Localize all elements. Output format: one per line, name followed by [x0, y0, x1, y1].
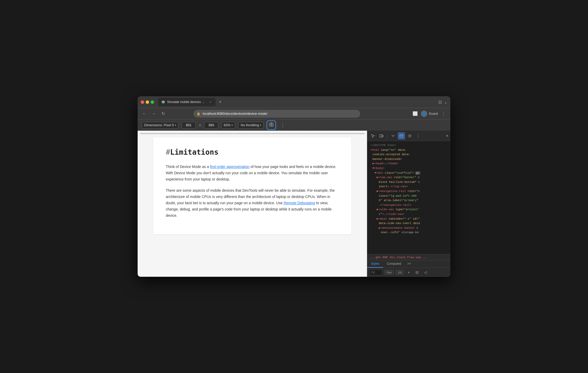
profile-icon: 👤 — [421, 111, 427, 117]
first-order-link[interactable]: first-order approximation — [210, 165, 250, 169]
capture-screenshot-button[interactable] — [267, 121, 276, 130]
tab-more-button[interactable]: >> — [405, 260, 414, 268]
page-content: #Limitations Think of Device Mode as a f… — [153, 137, 351, 234]
zoom-dropdown[interactable]: 83% ▾ — [221, 122, 235, 129]
devtools-breadcrumb: ... ght-400 div.stack.flow-spa ... — [367, 254, 450, 260]
scroll-tick — [178, 133, 196, 134]
refresh-button[interactable]: ↻ — [160, 110, 167, 117]
inspect-element-button[interactable] — [369, 132, 377, 140]
scroll-indicator — [140, 133, 365, 134]
html-line-5: ▶<head>…</head> — [370, 161, 447, 166]
maximize-traffic-light[interactable] — [151, 100, 154, 104]
devtools-panel: ⋮ × <!DOCTYPE html> <html lang="en" data… — [367, 131, 450, 277]
svg-rect-4 — [380, 135, 382, 137]
svg-rect-5 — [382, 135, 383, 137]
profile-button[interactable]: 👤 Guest — [421, 111, 438, 117]
html-line-1: <!DOCTYPE html> — [370, 143, 447, 148]
html-line-14: …</navigation-rail> — [370, 203, 447, 208]
settings-button[interactable] — [406, 132, 413, 140]
throttle-label: No throttling — [241, 123, 259, 127]
scroll-tick — [253, 133, 271, 134]
layout-editor-button[interactable]: ◁ — [422, 269, 428, 275]
browser-menu-button[interactable]: ⋮ — [440, 110, 447, 117]
tab-computed[interactable]: Computed — [383, 260, 405, 268]
scroll-tick — [159, 133, 177, 134]
zoom-label: 83% — [224, 123, 230, 127]
scroll-tick — [290, 133, 308, 134]
forward-button[interactable]: → — [150, 110, 157, 117]
url-text: localhost:8080/docs/devtools/device-mode… — [203, 112, 267, 116]
scaffold-badge: gr — [415, 171, 420, 175]
back-button[interactable]: ← — [141, 110, 148, 117]
scroll-tick — [215, 133, 233, 134]
para1-pre: Think of Device Mode as a — [166, 165, 210, 169]
breadcrumb-ellipsis: ... — [422, 256, 427, 259]
elements-button[interactable] — [398, 132, 405, 140]
title-bar-right: ⊡ ⌄ — [438, 100, 447, 105]
address-bar: ← → ↻ 🔒 localhost:8080/docs/devtools/dev… — [138, 108, 450, 119]
new-tab-button[interactable]: + — [217, 98, 224, 106]
html-line-6: ▼<body> — [370, 166, 447, 171]
close-traffic-light[interactable] — [141, 100, 144, 104]
browser-window: Simulate mobile devices with D × + ⊡ ⌄ ←… — [138, 96, 450, 277]
dimensions-label: Dimensions: Pixel 5 — [144, 123, 174, 127]
breadcrumb-item-2[interactable]: div.stack.flow-spa — [390, 256, 421, 259]
dimension-separator: × — [199, 123, 201, 127]
throttle-arrow: ▾ — [260, 124, 261, 127]
profile-icon-glyph: 👤 — [422, 112, 426, 116]
device-toolbar: Dimensions: Pixel 5 ▾ × 83% ▾ No throttl… — [138, 119, 450, 131]
breadcrumb-prefix: ... — [369, 256, 375, 259]
html-line-15: ▶<side-nav type="project' — [370, 207, 447, 212]
remote-debugging-link[interactable]: Remote Debugging — [284, 201, 315, 205]
address-bar-right: ⬜ 👤 Guest ⋮ — [412, 110, 447, 117]
breadcrumb-item-1[interactable]: ght-400 — [376, 256, 388, 259]
height-input[interactable] — [204, 122, 218, 129]
html-line-18: data-side-nav-inert data — [370, 221, 447, 226]
page-heading: #Limitations — [166, 148, 339, 157]
devtools-close-button[interactable]: × — [446, 134, 448, 138]
copy-styles-button[interactable]: ⊟ — [414, 269, 420, 275]
scroll-tick — [234, 133, 252, 134]
html-line-2: <html lang="en" data- — [370, 148, 447, 153]
url-bar[interactable]: 🔒 localhost:8080/docs/devtools/device-mo… — [193, 110, 360, 118]
scroll-tick — [271, 133, 290, 134]
content-area: #Limitations Think of Device Mode as a f… — [138, 131, 450, 277]
window-expand-button[interactable]: ⊡ — [438, 100, 442, 105]
active-tab[interactable]: Simulate mobile devices with D × — [158, 98, 216, 106]
heading-hash: # — [166, 148, 170, 157]
throttle-dropdown[interactable]: No throttling ▾ — [238, 122, 264, 129]
add-style-button[interactable]: + — [406, 269, 412, 275]
filter-input[interactable] — [369, 269, 382, 275]
html-line-19: ▶<announcement-banner c — [370, 226, 447, 231]
devtools-html-panel[interactable]: <!DOCTYPE html> <html lang="en" data- co… — [367, 141, 450, 254]
devtools-filter-bar: :hov .cls + ⊟ ◁ — [367, 268, 450, 277]
svg-rect-6 — [400, 135, 403, 137]
width-input[interactable] — [182, 122, 196, 129]
tab-favicon-icon — [161, 100, 165, 104]
devtools-more-button[interactable]: ⋮ — [414, 132, 422, 140]
scroll-tick — [346, 133, 364, 134]
devtools-toolbar: ⋮ × — [367, 131, 450, 141]
cls-filter-button[interactable]: .cls — [396, 270, 404, 275]
html-line-17: ▶<main tabindex="-1" id=" — [370, 217, 447, 221]
window-menu-button[interactable]: ⌄ — [444, 100, 447, 105]
paragraph-2: There are some aspects of mobile devices… — [166, 188, 339, 219]
devtools-tabs: Styles Computed >> — [367, 260, 450, 268]
scroll-tick — [327, 133, 346, 134]
minimize-traffic-light[interactable] — [146, 100, 149, 104]
html-line-11: ▶<navigation-rail role="n — [370, 189, 447, 194]
device-toolbar-more-button[interactable]: ⋮ — [279, 122, 286, 129]
console-button[interactable] — [389, 132, 397, 140]
page-view[interactable]: #Limitations Think of Device Mode as a f… — [138, 131, 367, 277]
tab-close-button[interactable]: × — [208, 100, 212, 104]
html-line-8: ▶<top-nav role="banner" c — [370, 175, 447, 180]
dimensions-dropdown[interactable]: Dimensions: Pixel 5 ▾ — [142, 122, 179, 129]
device-mode-button[interactable] — [378, 132, 385, 140]
html-line-3: cookies-accepted data- — [370, 152, 447, 157]
tab-styles[interactable]: Styles — [367, 260, 383, 268]
hov-filter-button[interactable]: :hov — [384, 270, 394, 275]
traffic-lights — [141, 100, 154, 104]
html-line-13: 0" aria-label="primary" — [370, 198, 447, 203]
scroll-tick — [140, 133, 158, 134]
cast-button[interactable]: ⬜ — [412, 110, 419, 117]
